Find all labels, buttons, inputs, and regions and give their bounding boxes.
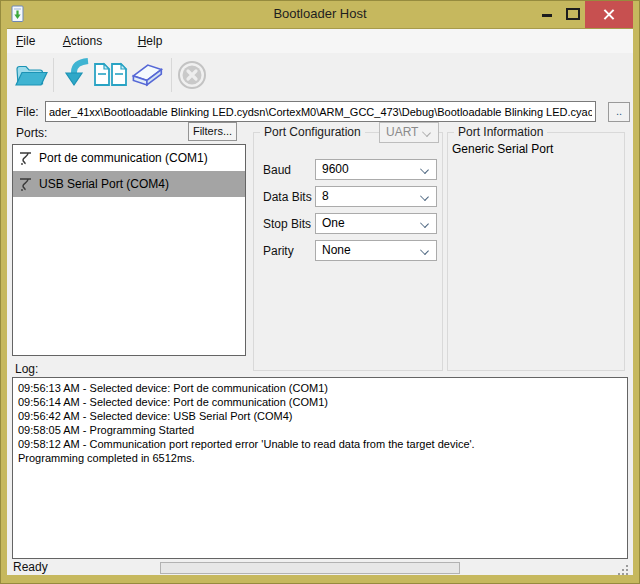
log-line: 09:56:42 AM - Selected device: USB Seria… [18, 409, 622, 423]
open-file-button[interactable] [13, 57, 49, 93]
baud-dropdown[interactable]: 9600 [315, 159, 437, 180]
close-icon [603, 8, 616, 21]
log-line: 09:58:05 AM - Programming Started [18, 423, 622, 437]
parity-label: Parity [263, 244, 294, 258]
baud-value: 9600 [322, 162, 349, 176]
log-line: Programming completed in 6512ms. [18, 451, 622, 465]
chevron-down-icon [420, 192, 429, 201]
serial-port-icon [19, 151, 32, 166]
stop-bits-label: Stop Bits [263, 217, 311, 231]
port-item-label: USB Serial Port (COM4) [39, 177, 169, 191]
abort-stop-icon [177, 60, 207, 90]
verify-documents-icon [93, 60, 129, 90]
data-bits-dropdown[interactable]: 8 [315, 186, 437, 207]
log-line: 09:56:13 AM - Selected device: Port de c… [18, 381, 622, 395]
port-information-text: Generic Serial Port [452, 142, 553, 156]
ports-label: Ports: [16, 126, 47, 140]
chevron-down-icon [420, 246, 429, 255]
minimize-icon [542, 14, 552, 17]
status-text: Ready [13, 560, 48, 574]
maximize-icon [566, 8, 580, 20]
chevron-down-icon [420, 219, 429, 228]
serial-port-icon [19, 177, 32, 192]
program-download-icon [64, 58, 92, 92]
data-bits-label: Data Bits [263, 190, 312, 204]
protocol-dropdown[interactable]: UART [379, 122, 439, 143]
open-file-icon [14, 60, 48, 90]
browse-button[interactable]: .. [608, 102, 630, 122]
resize-grip-icon[interactable] [618, 565, 628, 575]
toolbar [7, 53, 633, 97]
port-information-title: Port Information [454, 125, 547, 139]
verify-button[interactable] [93, 57, 129, 93]
baud-label: Baud [263, 163, 291, 177]
chevron-down-icon [420, 165, 429, 174]
toolbar-separator [171, 58, 172, 92]
file-label: File: [16, 105, 39, 119]
port-configuration-group: Port Configuration UART Baud 9600 Data B… [253, 132, 443, 371]
protocol-value: UART [386, 125, 418, 139]
filters-button[interactable]: Filters... [188, 122, 237, 141]
parity-value: None [322, 243, 351, 257]
window: Bootloader Host File Actions Help [0, 0, 640, 584]
port-information-group: Port Information Generic Serial Port [447, 132, 625, 371]
data-bits-value: 8 [322, 189, 329, 203]
status-bar: Ready [7, 559, 633, 576]
close-button[interactable] [585, 1, 633, 28]
stop-bits-value: One [322, 216, 345, 230]
stop-bits-dropdown[interactable]: One [315, 213, 437, 234]
client-area: File Actions Help [7, 28, 633, 575]
menu-item-help[interactable]: Help [131, 29, 170, 53]
file-path-input[interactable] [45, 101, 596, 122]
titlebar: Bootloader Host [0, 0, 640, 28]
minimize-button[interactable] [534, 0, 560, 28]
chevron-down-icon [422, 128, 431, 137]
log-output: 09:56:13 AM - Selected device: Port de c… [12, 377, 628, 559]
erase-eraser-icon [128, 59, 164, 91]
erase-button[interactable] [128, 57, 164, 93]
port-item-label: Port de communication (COM1) [39, 151, 208, 165]
port-configuration-title: Port Configuration [260, 125, 365, 139]
log-label: Log: [15, 362, 38, 376]
program-button[interactable] [60, 57, 96, 93]
abort-button[interactable] [174, 57, 210, 93]
ports-list: Port de communication (COM1) USB Serial … [12, 144, 246, 356]
log-line: 09:58:12 AM - Communication port reporte… [18, 437, 622, 451]
maximize-button[interactable] [560, 0, 585, 28]
menu-item-actions[interactable]: Actions [56, 29, 109, 53]
progress-bar [160, 562, 460, 574]
menu-item-file[interactable]: File [9, 29, 42, 53]
parity-dropdown[interactable]: None [315, 240, 437, 261]
port-list-item-com1[interactable]: Port de communication (COM1) [13, 145, 245, 171]
port-list-item-com4[interactable]: USB Serial Port (COM4) [13, 171, 245, 197]
log-line: 09:56:14 AM - Selected device: Port de c… [18, 395, 622, 409]
toolbar-separator [53, 58, 54, 92]
menu-bar: File Actions Help [7, 29, 633, 53]
